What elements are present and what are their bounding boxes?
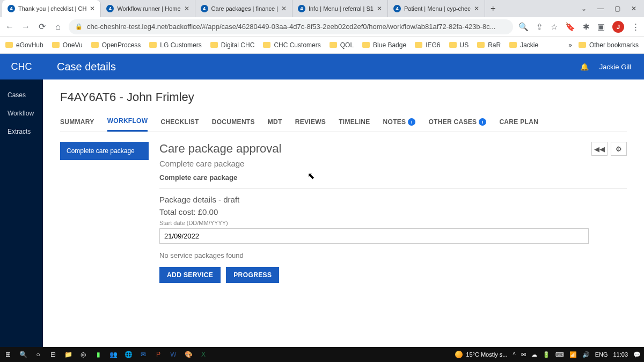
star-icon[interactable]: ☆ <box>551 22 558 32</box>
workflow-step-active[interactable]: Complete care package <box>60 142 149 160</box>
bookmark-item[interactable]: US <box>449 41 469 49</box>
bookmark-item[interactable]: eGovHub <box>5 41 43 49</box>
bookmark-item[interactable]: Jackie <box>509 41 538 49</box>
bookmark-item[interactable]: Digital CHC <box>210 41 255 49</box>
weather-icon <box>455 351 463 358</box>
extensions-icon[interactable]: ✱ <box>583 22 590 32</box>
tray-language[interactable]: ENG <box>595 351 608 358</box>
folder-icon <box>449 42 457 48</box>
add-service-button[interactable]: ADD SERVICE <box>159 267 221 283</box>
tray-cloud-icon[interactable]: ☁ <box>531 351 537 358</box>
sidebar-item-workflow[interactable]: Workflow <box>0 104 43 122</box>
bookmark-item[interactable]: IEG6 <box>415 41 440 49</box>
reload-button[interactable]: ⟳ <box>36 21 47 32</box>
tab-favicon: 4 <box>8 5 15 12</box>
tab-documents[interactable]: DOCUMENTS <box>212 114 255 132</box>
window-dropdown-icon[interactable]: ⌄ <box>581 5 587 12</box>
profile-avatar[interactable]: J <box>612 21 624 33</box>
browser-tab[interactable]: 4 Info | Menu | referral | S1 ✕ <box>292 0 388 17</box>
workflow-subheading: Complete care package <box>159 159 627 168</box>
window-close-icon[interactable]: ✕ <box>631 5 636 12</box>
sidebar-item-cases[interactable]: Cases <box>0 86 43 104</box>
tab-favicon: 4 <box>106 5 114 12</box>
bookmark-item[interactable]: Blue Badge <box>362 41 406 49</box>
browser-tab[interactable]: 4 Workflow runner | Home ✕ <box>101 0 195 17</box>
tab-notes[interactable]: NOTESi <box>383 114 416 132</box>
case-reference: F4AY6AT6 - John Frimley <box>60 90 627 104</box>
bookmark-item[interactable]: OneVu <box>52 41 83 49</box>
bookmark-item[interactable]: QOL <box>330 41 354 49</box>
progress-button[interactable]: PROGRESS <box>226 267 279 283</box>
weather-widget[interactable]: 15°C Mostly s... <box>455 351 507 358</box>
tab-close-icon[interactable]: ✕ <box>184 5 189 12</box>
empty-message: No service packages found <box>159 251 627 259</box>
tab-care-plan[interactable]: CARE PLAN <box>499 114 538 132</box>
other-bookmarks[interactable]: Other bookmarks <box>579 41 639 49</box>
browser-tab[interactable]: 4 Thank you | checklist | CH ✕ <box>2 0 101 17</box>
tray-mail-icon[interactable]: ✉ <box>521 351 526 358</box>
new-tab-button[interactable]: + <box>485 0 501 17</box>
powerpoint-icon[interactable]: P <box>153 350 163 359</box>
tab-workflow[interactable]: WORKFLOW <box>107 114 148 132</box>
bookmark-item[interactable]: CHC Customers <box>263 41 320 49</box>
tab-checklist[interactable]: CHECKLIST <box>160 114 199 132</box>
side-panel-icon[interactable]: ▣ <box>597 22 605 32</box>
bookmark-item[interactable]: OpenProcess <box>91 41 141 49</box>
back-button[interactable]: ← <box>4 22 15 32</box>
tab-close-icon[interactable]: ✕ <box>377 5 382 12</box>
explorer-icon[interactable]: 📁 <box>63 350 73 359</box>
cortana-icon[interactable]: ○ <box>33 350 43 359</box>
start-date-input[interactable] <box>159 228 589 244</box>
user-name[interactable]: Jackie Gill <box>599 63 631 71</box>
app-icon[interactable]: ◎ <box>78 350 88 359</box>
tab-close-icon[interactable]: ✕ <box>474 5 479 12</box>
tab-timeline[interactable]: TIMELINE <box>339 114 370 132</box>
excel-icon[interactable]: X <box>199 350 208 359</box>
total-cost: Total cost: £0.00 <box>159 207 627 216</box>
tab-close-icon[interactable]: ✕ <box>90 5 95 12</box>
bookmarks-overflow[interactable]: » <box>568 41 572 49</box>
tab-close-icon[interactable]: ✕ <box>281 5 287 12</box>
chrome-icon[interactable]: 🌐 <box>123 350 133 359</box>
tray-battery-icon[interactable]: 🔋 <box>543 351 550 358</box>
search-icon[interactable]: 🔍 <box>518 22 529 32</box>
browser-tab[interactable]: 4 Patient | Menu | cyp-chec ✕ <box>388 0 485 17</box>
url-input[interactable]: 🔒 chc-cheshire-test.ieg4.net/backoffice/… <box>69 19 513 34</box>
app-icon[interactable]: 🎨 <box>184 350 193 359</box>
settings-button[interactable]: ⚙ <box>611 142 627 156</box>
tab-title: Thank you | checklist | CH <box>18 5 86 12</box>
tray-volume-icon[interactable]: 🔊 <box>582 351 590 358</box>
tab-reviews[interactable]: REVIEWS <box>295 114 326 132</box>
folder-icon <box>477 42 485 48</box>
tray-notifications-icon[interactable]: 💬 <box>633 351 641 358</box>
bell-icon[interactable]: 🔔 <box>580 63 589 71</box>
tab-title: Workflow runner | Home <box>117 5 180 12</box>
outlook-icon[interactable]: ✉ <box>138 350 148 359</box>
tab-mdt[interactable]: MDT <box>268 114 282 132</box>
tray-clock[interactable]: 11:03 <box>613 351 628 358</box>
tab-summary[interactable]: SUMMARY <box>60 114 94 132</box>
browser-tab[interactable]: 4 Care packages | finance | ✕ <box>195 0 292 17</box>
sidebar-item-extracts[interactable]: Extracts <box>0 122 43 141</box>
word-icon[interactable]: W <box>169 350 178 359</box>
bookmark-item[interactable]: RaR <box>477 41 501 49</box>
folder-icon <box>579 42 586 48</box>
home-button[interactable]: ⌂ <box>53 22 63 32</box>
share-icon[interactable]: ⇪ <box>536 22 543 32</box>
teams-icon[interactable]: 👥 <box>108 350 118 359</box>
start-button[interactable]: ⊞ <box>3 350 13 359</box>
bookmark-item[interactable]: LG Customers <box>149 41 201 49</box>
forward-button[interactable]: → <box>20 22 31 32</box>
window-maximize-icon[interactable]: ▢ <box>614 5 620 12</box>
tray-chevron-icon[interactable]: ^ <box>513 351 515 358</box>
tray-keyboard-icon[interactable]: ⌨ <box>555 351 564 358</box>
window-minimize-icon[interactable]: ― <box>597 5 604 12</box>
bookmark-tag-icon[interactable]: 🔖 <box>565 22 575 32</box>
app-icon[interactable]: ▮ <box>93 350 103 359</box>
task-view-icon[interactable]: ⊟ <box>48 350 58 359</box>
tray-wifi-icon[interactable]: 📶 <box>569 351 577 358</box>
menu-icon[interactable]: ⋮ <box>632 22 640 32</box>
collapse-button[interactable]: ◀◀ <box>591 142 608 156</box>
search-icon[interactable]: 🔍 <box>18 350 28 359</box>
tab-other-cases[interactable]: OTHER CASESi <box>428 114 486 132</box>
